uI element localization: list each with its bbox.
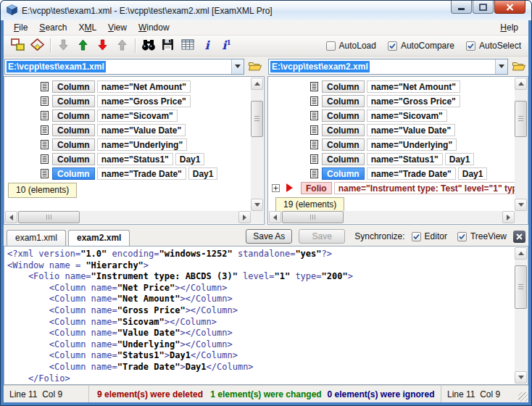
save-as-button[interactable]: Save As [246, 229, 292, 244]
menu-file[interactable]: File [8, 21, 33, 34]
code-area[interactable]: <?xml version="1.0" encoding="windows-12… [5, 247, 514, 384]
tree-tag[interactable]: Column [52, 80, 95, 93]
scroll-down-button[interactable] [515, 199, 527, 211]
save-result-button[interactable] [158, 37, 178, 54]
vertical-scrollbar-thumb[interactable] [515, 101, 527, 137]
tree-row[interactable]: Columnname="Underlying" [269, 137, 515, 152]
minimize-button[interactable] [451, 1, 472, 14]
file-info-button[interactable]: i [197, 37, 217, 54]
left-vertical-scrollbar[interactable] [251, 78, 263, 211]
tree-row[interactable]: Columnname="Status1"Day1 [5, 152, 251, 166]
window-title: E:\vcpp\test\exam1.xml - E:\vcpp\test\ex… [22, 6, 273, 16]
tree-row[interactable]: Columnname="Underlying" [5, 137, 251, 152]
right-tree-pane[interactable]: Columnname="Net Amount"Columnname="Gross… [267, 76, 528, 225]
save-button[interactable]: Save [299, 229, 345, 244]
right-open-file-button[interactable] [510, 58, 528, 75]
next-diff-dim-button[interactable] [54, 37, 73, 54]
autoload-checkbox[interactable]: AutoLoad [326, 41, 376, 51]
scroll-left-button[interactable] [5, 211, 17, 223]
tree-attr: name="Status1" [97, 153, 173, 165]
close-button[interactable] [494, 1, 525, 14]
tree-tag[interactable]: Column [322, 138, 365, 151]
tree-tag-folio[interactable]: Folio [301, 182, 332, 194]
report-view-button[interactable] [178, 37, 197, 54]
find-button[interactable] [138, 37, 158, 54]
next-diff-dim-icon [59, 39, 68, 53]
scroll-up-button[interactable] [251, 78, 263, 90]
autoselect-checkbox[interactable]: AutoSelect [466, 41, 521, 51]
tree-row[interactable]: Columnname="Gross Price" [5, 94, 251, 108]
tree-tag[interactable]: Column [52, 138, 95, 151]
horizontal-scrollbar-thumb[interactable] [18, 211, 80, 223]
right-file-combo[interactable]: E:\vcpp\test\exam2.xml [268, 59, 508, 75]
prev-diff-dim-button[interactable] [112, 37, 132, 54]
tree-tag[interactable]: Column [52, 153, 95, 165]
scroll-down-button[interactable] [515, 371, 527, 384]
file-info-2-button[interactable]: i1 [217, 37, 236, 54]
xml-editor[interactable]: <?xml version="1.0" encoding="windows-12… [4, 246, 528, 385]
tree-tag[interactable]: Column [322, 109, 365, 122]
expand-plus-icon[interactable] [272, 184, 280, 192]
menu-xml[interactable]: XML [72, 21, 102, 34]
autocompare-checkbox[interactable]: AutoCompare [388, 41, 454, 51]
vertical-scrollbar-thumb[interactable] [515, 265, 527, 309]
tree-tag[interactable]: Column [52, 109, 95, 122]
menu-view[interactable]: View [102, 21, 133, 34]
element-icon [41, 82, 49, 91]
tab-exam1-xml[interactable]: exam1.xml [7, 230, 66, 246]
treeview-checkbox[interactable]: TreeView [457, 231, 507, 241]
tree-tag[interactable]: Column [322, 124, 365, 136]
scroll-left-button[interactable] [269, 211, 281, 223]
tree-row[interactable]: Columnname="Value Date" [5, 123, 251, 137]
tree-tag[interactable]: Column [52, 95, 95, 107]
tree-row[interactable]: Columnname="Trade Date"Day1 [269, 166, 515, 181]
tree-row-folio[interactable]: Folioname="Instrument type: Test" level=… [269, 181, 515, 195]
tree-row[interactable]: Columnname="Trade Date"Day1 [5, 166, 251, 181]
right-horizontal-scrollbar[interactable] [269, 211, 515, 223]
tree-value: Day1 [445, 153, 475, 165]
right-vertical-scrollbar[interactable] [515, 78, 527, 211]
menu-help[interactable]: Help [494, 21, 524, 34]
left-combo-dropdown[interactable] [231, 59, 244, 74]
tree-tag[interactable]: Column [322, 167, 365, 180]
right-combo-dropdown[interactable] [495, 59, 507, 74]
scroll-right-button[interactable] [238, 211, 251, 223]
scroll-down-button[interactable] [251, 199, 263, 211]
horizontal-scrollbar-thumb[interactable] [282, 211, 344, 223]
code-line: </Folio> [7, 373, 514, 384]
tree-row[interactable]: Columnname="Net Amount" [269, 79, 515, 94]
tree-tag[interactable]: Column [52, 124, 95, 136]
title-bar[interactable]: E:\vcpp\test\exam1.xml - E:\vcpp\test\ex… [1, 1, 531, 20]
left-tree-pane[interactable]: Columnname="Net Amount"Columnname="Gross… [4, 76, 265, 225]
scroll-up-button[interactable] [515, 78, 527, 90]
resize-grip[interactable] [518, 392, 528, 402]
editor-vertical-scrollbar[interactable] [515, 247, 527, 384]
scroll-up-button[interactable] [515, 247, 527, 260]
compare-documents-button[interactable] [8, 37, 28, 54]
menu-search[interactable]: Search [33, 21, 72, 34]
tree-row[interactable]: Columnname="Gross Price" [269, 94, 515, 108]
editor-checkbox[interactable]: Editor [412, 231, 447, 241]
tab-exam2-xml[interactable]: exam2.xml [68, 230, 130, 246]
tree-row[interactable]: Columnname="Value Date" [269, 123, 515, 137]
left-horizontal-scrollbar[interactable] [5, 211, 251, 223]
scroll-right-button[interactable] [502, 211, 515, 223]
tree-row[interactable]: Columnname="Net Amount" [5, 79, 251, 94]
maximize-button[interactable] [473, 1, 494, 14]
next-change-button[interactable] [93, 37, 112, 54]
tree-tag[interactable]: Column [322, 80, 365, 93]
menu-window[interactable]: Window [133, 21, 175, 34]
tree-tag[interactable]: Column [322, 95, 365, 107]
prev-change-button[interactable] [73, 37, 93, 54]
close-editor-button[interactable] [513, 231, 525, 243]
tree-row[interactable]: Columnname="Sicovam" [269, 108, 515, 123]
tree-tag[interactable]: Column [52, 167, 95, 180]
tree-row[interactable]: Columnname="Sicovam" [5, 108, 251, 123]
compare-selected-button[interactable] [28, 37, 47, 54]
status-bar: Line 11 Col 9 9 element(s) were deleted … [4, 385, 528, 402]
tree-row[interactable]: Columnname="Status1"Day1 [269, 152, 515, 166]
vertical-scrollbar-thumb[interactable] [251, 101, 263, 137]
left-open-file-button[interactable] [246, 58, 264, 75]
tree-tag[interactable]: Column [322, 153, 365, 165]
left-file-combo[interactable]: E:\vcpp\test\exam1.xml [4, 59, 244, 75]
